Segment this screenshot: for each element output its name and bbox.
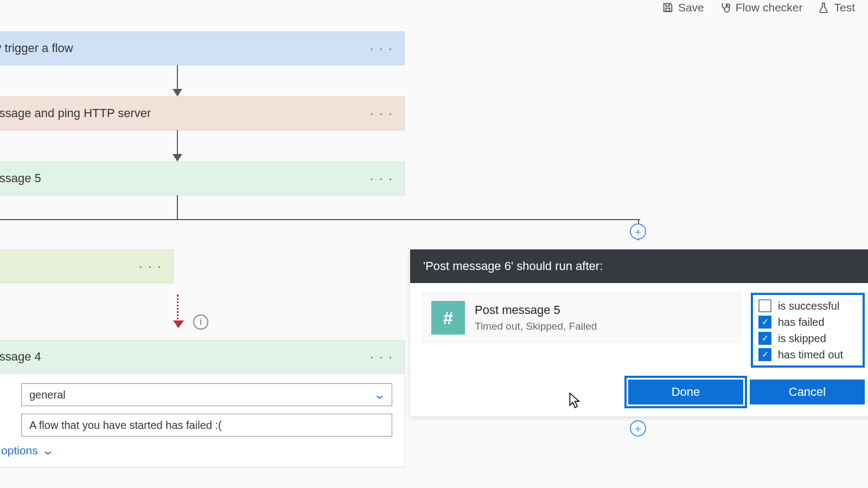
check-label: has failed xyxy=(778,316,825,329)
cancel-button[interactable]: Cancel xyxy=(750,380,865,404)
flow-card-small[interactable]: · · · xyxy=(0,249,174,283)
predecessor-summary: Timed out, Skipped, Failed xyxy=(475,320,597,332)
checkbox-icon xyxy=(758,348,771,361)
channel-value: general xyxy=(29,389,66,401)
more-icon[interactable]: · · · xyxy=(370,349,393,364)
field-label-message: Text xyxy=(0,419,21,432)
arrow-down-icon xyxy=(177,130,178,160)
cancel-label: Cancel xyxy=(789,385,826,399)
stethoscope-icon xyxy=(719,2,731,14)
advanced-options-label: anced options xyxy=(0,444,38,457)
card-title: nually trigger a flow xyxy=(0,41,73,55)
chevron-down-icon: ⌄ xyxy=(41,444,55,457)
message-text-input[interactable]: A flow that you have started has failed … xyxy=(21,414,392,436)
svg-point-1 xyxy=(727,4,730,7)
run-after-checkbox-panel: is successful has failed is skipped has … xyxy=(751,293,865,368)
check-has-failed[interactable]: has failed xyxy=(758,316,855,329)
save-button[interactable]: Save xyxy=(662,1,704,14)
predecessor-name: Post message 5 xyxy=(475,303,597,317)
run-after-dialog: 'Post message 6' should run after: # Pos… xyxy=(410,249,868,416)
add-step-button[interactable]: ＋ xyxy=(630,223,646,240)
card-title: st message and ping HTTP server xyxy=(0,106,151,120)
more-icon[interactable]: · · · xyxy=(370,171,393,186)
flow-checker-button[interactable]: Flow checker xyxy=(719,1,803,14)
dialog-title: 'Post message 6' should run after: xyxy=(410,249,868,283)
info-icon[interactable]: i xyxy=(193,314,208,330)
plus-icon: ＋ xyxy=(633,421,643,436)
toolbar: Save Flow checker Test xyxy=(662,0,855,15)
check-label: has timed out xyxy=(778,349,843,361)
card-title: st message 4 xyxy=(0,350,41,364)
test-button[interactable]: Test xyxy=(818,1,855,14)
slack-icon: # xyxy=(431,301,465,335)
plus-icon: ＋ xyxy=(633,224,643,239)
predecessor-card[interactable]: # Post message 5 Timed out, Skipped, Fai… xyxy=(422,293,741,343)
save-icon xyxy=(662,2,674,14)
flow-card-expanded-body: Name general ⌄ Text A flow that you have… xyxy=(0,374,405,467)
done-button[interactable]: Done xyxy=(628,380,743,404)
card-title: st message 5 xyxy=(0,171,41,185)
channel-select[interactable]: general ⌄ xyxy=(21,383,392,406)
chevron-down-icon: ⌄ xyxy=(373,388,386,401)
check-label: is successful xyxy=(778,300,839,312)
message-value: A flow that you have started has failed … xyxy=(29,419,222,432)
add-step-button[interactable]: ＋ xyxy=(630,420,646,436)
flow-card-step2[interactable]: st message and ping HTTP server · · · xyxy=(0,97,405,130)
checkbox-icon xyxy=(758,332,771,345)
svg-rect-0 xyxy=(666,8,669,11)
more-icon[interactable]: · · · xyxy=(370,106,393,121)
connector-line xyxy=(177,195,178,219)
check-label: is skipped xyxy=(778,332,826,345)
flow-card-step3[interactable]: st message 5 · · · xyxy=(0,162,405,195)
branch-line xyxy=(0,219,640,220)
check-is-successful[interactable]: is successful xyxy=(758,299,855,312)
more-icon[interactable]: · · · xyxy=(370,41,393,56)
beaker-icon xyxy=(818,2,829,14)
flow-card-expanded-header[interactable]: st message 4 · · · xyxy=(0,340,405,374)
more-icon[interactable]: · · · xyxy=(139,259,162,274)
checkbox-icon xyxy=(758,299,771,312)
test-label: Test xyxy=(834,1,855,14)
check-is-skipped[interactable]: is skipped xyxy=(758,332,855,345)
check-has-timed-out[interactable]: has timed out xyxy=(758,348,855,361)
run-after-arrow-icon xyxy=(177,294,178,327)
advanced-options-toggle[interactable]: anced options ⌄ xyxy=(0,444,392,457)
flow-checker-label: Flow checker xyxy=(736,1,803,14)
done-label: Done xyxy=(672,385,700,399)
field-label-channel: Name xyxy=(0,389,21,401)
flow-card-trigger[interactable]: nually trigger a flow · · · xyxy=(0,31,405,65)
save-label: Save xyxy=(678,1,704,14)
arrow-down-icon xyxy=(177,65,178,95)
checkbox-icon xyxy=(758,316,771,329)
